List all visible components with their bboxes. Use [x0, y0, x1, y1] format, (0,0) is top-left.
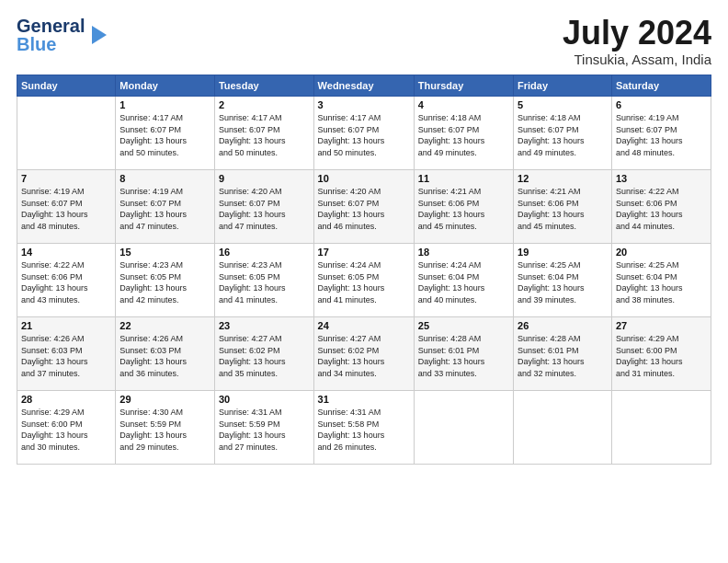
day-number: 1 [119, 99, 210, 110]
calendar-cell: 26Sunrise: 4:28 AM Sunset: 6:01 PM Dayli… [514, 317, 612, 391]
calendar-cell: 18Sunrise: 4:24 AM Sunset: 6:04 PM Dayli… [414, 244, 513, 317]
calendar-week-row: 1Sunrise: 4:17 AM Sunset: 6:07 PM Daylig… [17, 97, 711, 170]
calendar-week-row: 14Sunrise: 4:22 AM Sunset: 6:06 PM Dayli… [17, 244, 711, 317]
day-number: 31 [318, 394, 410, 405]
day-info: Sunrise: 4:20 AM Sunset: 6:07 PM Dayligh… [219, 186, 310, 232]
day-info: Sunrise: 4:19 AM Sunset: 6:07 PM Dayligh… [119, 186, 210, 232]
header-saturday: Saturday [611, 75, 711, 97]
day-number: 27 [616, 320, 707, 331]
logo-general-text: General [17, 17, 85, 35]
calendar-cell: 10Sunrise: 4:20 AM Sunset: 6:07 PM Dayli… [313, 170, 414, 244]
day-number: 15 [119, 247, 210, 258]
calendar-cell [611, 391, 711, 465]
calendar-cell: 11Sunrise: 4:21 AM Sunset: 6:06 PM Dayli… [414, 170, 513, 244]
day-info: Sunrise: 4:21 AM Sunset: 6:06 PM Dayligh… [518, 186, 608, 232]
day-info: Sunrise: 4:27 AM Sunset: 6:02 PM Dayligh… [219, 333, 310, 379]
day-number: 18 [418, 247, 509, 258]
day-info: Sunrise: 4:30 AM Sunset: 5:59 PM Dayligh… [119, 407, 210, 453]
day-number: 23 [219, 320, 310, 331]
calendar-table: Sunday Monday Tuesday Wednesday Thursday… [17, 75, 711, 465]
day-info: Sunrise: 4:31 AM Sunset: 5:59 PM Dayligh… [219, 407, 310, 453]
day-info: Sunrise: 4:26 AM Sunset: 6:03 PM Dayligh… [119, 333, 210, 379]
calendar-cell: 16Sunrise: 4:23 AM Sunset: 6:05 PM Dayli… [214, 244, 313, 317]
calendar-cell: 24Sunrise: 4:27 AM Sunset: 6:02 PM Dayli… [313, 317, 414, 391]
calendar-cell [414, 391, 513, 465]
header-wednesday: Wednesday [313, 75, 414, 97]
day-info: Sunrise: 4:29 AM Sunset: 6:00 PM Dayligh… [21, 407, 111, 453]
day-info: Sunrise: 4:29 AM Sunset: 6:00 PM Dayligh… [616, 333, 707, 379]
day-number: 2 [219, 99, 310, 110]
day-number: 4 [418, 99, 509, 110]
calendar-cell: 30Sunrise: 4:31 AM Sunset: 5:59 PM Dayli… [214, 391, 313, 465]
day-info: Sunrise: 4:24 AM Sunset: 6:05 PM Dayligh… [318, 259, 410, 305]
day-number: 7 [21, 173, 111, 184]
calendar-cell: 15Sunrise: 4:23 AM Sunset: 6:05 PM Dayli… [116, 244, 215, 317]
calendar-cell: 13Sunrise: 4:22 AM Sunset: 6:06 PM Dayli… [611, 170, 711, 244]
day-number: 5 [518, 99, 608, 110]
day-info: Sunrise: 4:23 AM Sunset: 6:05 PM Dayligh… [219, 259, 310, 305]
day-number: 29 [119, 394, 210, 405]
day-number: 16 [219, 247, 310, 258]
day-info: Sunrise: 4:24 AM Sunset: 6:04 PM Dayligh… [418, 259, 509, 305]
day-info: Sunrise: 4:31 AM Sunset: 5:58 PM Dayligh… [318, 407, 410, 453]
day-number: 9 [219, 173, 310, 184]
calendar-cell: 20Sunrise: 4:25 AM Sunset: 6:04 PM Dayli… [611, 244, 711, 317]
calendar-cell: 12Sunrise: 4:21 AM Sunset: 6:06 PM Dayli… [514, 170, 612, 244]
page-header: General Blue July 2024 Tinsukia, Assam, … [17, 17, 711, 67]
header-friday: Friday [514, 75, 612, 97]
day-info: Sunrise: 4:17 AM Sunset: 6:07 PM Dayligh… [119, 112, 210, 158]
day-number: 24 [318, 320, 410, 331]
day-number: 6 [616, 99, 707, 110]
calendar-cell: 31Sunrise: 4:31 AM Sunset: 5:58 PM Dayli… [313, 391, 414, 465]
calendar-cell: 19Sunrise: 4:25 AM Sunset: 6:04 PM Dayli… [514, 244, 612, 317]
day-number: 22 [119, 320, 210, 331]
calendar-cell: 17Sunrise: 4:24 AM Sunset: 6:05 PM Dayli… [313, 244, 414, 317]
day-number: 10 [318, 173, 410, 184]
day-info: Sunrise: 4:17 AM Sunset: 6:07 PM Dayligh… [219, 112, 310, 158]
calendar-cell: 23Sunrise: 4:27 AM Sunset: 6:02 PM Dayli… [214, 317, 313, 391]
logo-arrow-icon [86, 22, 112, 48]
day-info: Sunrise: 4:22 AM Sunset: 6:06 PM Dayligh… [616, 186, 707, 232]
calendar-cell: 5Sunrise: 4:18 AM Sunset: 6:07 PM Daylig… [514, 97, 612, 170]
day-number: 19 [518, 247, 608, 258]
calendar-cell: 6Sunrise: 4:19 AM Sunset: 6:07 PM Daylig… [611, 97, 711, 170]
day-info: Sunrise: 4:19 AM Sunset: 6:07 PM Dayligh… [616, 112, 707, 158]
day-number: 13 [616, 173, 707, 184]
logo-blue-text: Blue [17, 35, 85, 53]
day-number: 8 [119, 173, 210, 184]
day-info: Sunrise: 4:25 AM Sunset: 6:04 PM Dayligh… [518, 259, 608, 305]
day-info: Sunrise: 4:17 AM Sunset: 6:07 PM Dayligh… [318, 112, 410, 158]
day-number: 25 [418, 320, 509, 331]
day-number: 3 [318, 99, 410, 110]
calendar-cell: 29Sunrise: 4:30 AM Sunset: 5:59 PM Dayli… [116, 391, 215, 465]
header-tuesday: Tuesday [214, 75, 313, 97]
calendar-cell: 27Sunrise: 4:29 AM Sunset: 6:00 PM Dayli… [611, 317, 711, 391]
day-number: 21 [21, 320, 111, 331]
day-info: Sunrise: 4:27 AM Sunset: 6:02 PM Dayligh… [318, 333, 410, 379]
header-thursday: Thursday [414, 75, 513, 97]
day-number: 17 [318, 247, 410, 258]
calendar-cell: 22Sunrise: 4:26 AM Sunset: 6:03 PM Dayli… [116, 317, 215, 391]
location: Tinsukia, Assam, India [563, 52, 711, 67]
day-number: 14 [21, 247, 111, 258]
calendar-cell: 8Sunrise: 4:19 AM Sunset: 6:07 PM Daylig… [116, 170, 215, 244]
logo: General Blue [17, 17, 112, 53]
calendar-cell: 9Sunrise: 4:20 AM Sunset: 6:07 PM Daylig… [214, 170, 313, 244]
day-number: 28 [21, 394, 111, 405]
day-info: Sunrise: 4:28 AM Sunset: 6:01 PM Dayligh… [518, 333, 608, 379]
calendar-cell: 25Sunrise: 4:28 AM Sunset: 6:01 PM Dayli… [414, 317, 513, 391]
calendar-cell: 1Sunrise: 4:17 AM Sunset: 6:07 PM Daylig… [116, 97, 215, 170]
calendar-cell: 28Sunrise: 4:29 AM Sunset: 6:00 PM Dayli… [17, 391, 116, 465]
header-monday: Monday [116, 75, 215, 97]
calendar-cell: 21Sunrise: 4:26 AM Sunset: 6:03 PM Dayli… [17, 317, 116, 391]
day-info: Sunrise: 4:18 AM Sunset: 6:07 PM Dayligh… [518, 112, 608, 158]
day-number: 20 [616, 247, 707, 258]
calendar-cell: 3Sunrise: 4:17 AM Sunset: 6:07 PM Daylig… [313, 97, 414, 170]
day-info: Sunrise: 4:28 AM Sunset: 6:01 PM Dayligh… [418, 333, 509, 379]
calendar-header-row: Sunday Monday Tuesday Wednesday Thursday… [17, 75, 711, 97]
day-info: Sunrise: 4:19 AM Sunset: 6:07 PM Dayligh… [21, 186, 111, 232]
day-info: Sunrise: 4:21 AM Sunset: 6:06 PM Dayligh… [418, 186, 509, 232]
day-number: 26 [518, 320, 608, 331]
calendar-week-row: 7Sunrise: 4:19 AM Sunset: 6:07 PM Daylig… [17, 170, 711, 244]
day-info: Sunrise: 4:23 AM Sunset: 6:05 PM Dayligh… [119, 259, 210, 305]
